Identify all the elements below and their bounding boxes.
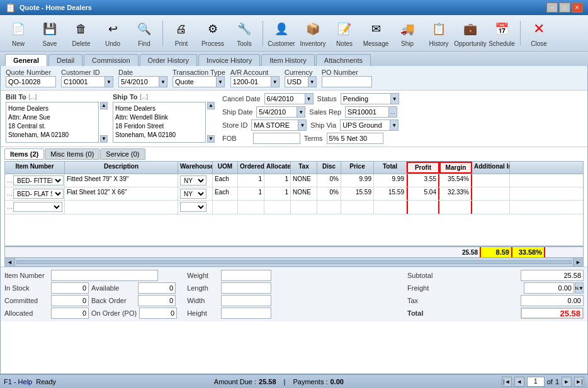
weight-input[interactable] (221, 270, 271, 281)
currency-dropdown[interactable]: ▼ (308, 76, 317, 87)
store-id-input[interactable] (251, 119, 298, 131)
nav-first-button[interactable]: |◄ (502, 377, 512, 387)
delete-button[interactable]: 🗑 Delete (67, 17, 96, 49)
ship-via-dropdown[interactable]: ▼ (390, 119, 399, 131)
customer-id-dropdown[interactable]: ▼ (105, 76, 113, 87)
bill-to-scroll-down[interactable]: ▼ (100, 135, 108, 143)
close-button[interactable]: ✕ Close (524, 17, 553, 49)
ar-account-dropdown[interactable]: ▼ (271, 76, 280, 87)
ship-date-dropdown[interactable]: ▼ (297, 106, 305, 118)
horizontal-scrollbar[interactable]: ◄ ► (5, 257, 583, 266)
grid-total-row: 25.58 8.59 33.58% (5, 246, 583, 257)
terms-input[interactable] (327, 133, 383, 144)
ship-to-dots[interactable]: [...] (140, 94, 149, 100)
new-button[interactable]: 📄 New (4, 17, 33, 49)
schedule-button[interactable]: 📅 Schedule (487, 17, 516, 49)
cancel-date-dropdown[interactable]: ▼ (305, 93, 314, 104)
history-label: History (429, 40, 448, 47)
wh-select-2[interactable]: NY (180, 189, 206, 199)
misc-items-tab[interactable]: Misc Items (0) (45, 148, 99, 160)
wh-select-1[interactable]: NY (180, 175, 206, 186)
length-input[interactable] (221, 282, 271, 294)
status-input[interactable] (341, 93, 391, 104)
notes-button[interactable]: 📝 Notes (330, 17, 359, 49)
store-id-dropdown[interactable]: ▼ (298, 119, 307, 131)
item-number-bottom-input[interactable] (51, 270, 158, 281)
customer-id-input[interactable] (61, 76, 105, 87)
find-button[interactable]: 🔍 Find (130, 17, 159, 49)
sales-rep-dropdown[interactable]: … (388, 106, 397, 118)
nav-next-button[interactable]: ► (562, 377, 572, 387)
ship-via-label: Ship Via (310, 121, 336, 129)
width-label: Width (187, 297, 218, 304)
tab-attachments[interactable]: Attachments (316, 54, 371, 66)
committed-input[interactable] (51, 295, 89, 306)
width-input[interactable] (221, 295, 271, 306)
quote-number-input[interactable] (6, 76, 56, 87)
history-button[interactable]: 📋 History (424, 17, 453, 49)
wh-select-empty[interactable] (180, 202, 206, 212)
ship-to-scroll-down[interactable]: ▼ (207, 135, 215, 143)
po-number-input[interactable] (322, 76, 372, 87)
tab-order-history[interactable]: Order History (140, 54, 197, 66)
nav-prev-button[interactable]: ◄ (514, 377, 524, 387)
undo-button[interactable]: ↩ Undo (98, 17, 127, 49)
allocated-input[interactable] (51, 308, 89, 319)
bill-to-scroll-up[interactable]: ▲ (100, 102, 108, 109)
item-num-select-2[interactable]: BED- FLAT SHEET (13, 189, 64, 199)
fob-input[interactable] (253, 133, 300, 144)
page-input[interactable] (527, 377, 545, 387)
bill-to-dots[interactable]: [...] (29, 94, 37, 100)
fob-label: FOB (222, 135, 237, 142)
po-number-label: PO Number (322, 69, 372, 76)
store-id-label: Store ID (222, 121, 247, 129)
tab-item-history[interactable]: Item History (261, 54, 315, 66)
back-order-input[interactable] (138, 295, 176, 306)
cell-allocate-1: 1 (264, 174, 291, 187)
message-button[interactable]: ✉ Message (361, 17, 390, 49)
tab-general[interactable]: General (5, 54, 47, 66)
tools-button[interactable]: 🔧 Tools (230, 17, 259, 49)
currency-input[interactable] (285, 76, 308, 87)
transaction-type-dropdown[interactable]: ▼ (216, 76, 225, 87)
on-order-input[interactable] (139, 308, 177, 319)
close-window-button[interactable]: ✕ (572, 3, 583, 13)
customer-button[interactable]: 👤 Customer (267, 17, 296, 49)
ship-to-scroll-up[interactable]: ▲ (207, 102, 215, 109)
height-input[interactable] (221, 308, 271, 319)
sales-rep-input[interactable] (345, 106, 389, 118)
freight-value[interactable] (524, 282, 574, 294)
scroll-left-button[interactable]: ◄ (5, 258, 15, 267)
tab-commission[interactable]: Commission (84, 54, 139, 66)
items-tab[interactable]: Items (2) (4, 148, 44, 160)
save-button[interactable]: 💾 Save (35, 17, 64, 49)
ship-date-input[interactable] (256, 106, 297, 118)
freight-code-dropdown[interactable]: N▼ (575, 282, 584, 294)
date-input[interactable] (118, 76, 159, 87)
minimize-button[interactable]: − (546, 3, 558, 13)
date-dropdown[interactable]: ▼ (159, 76, 167, 87)
table-row[interactable]: … BED- FITTED SHEE Fitted Sheet 79" X 39… (5, 174, 583, 187)
ship-via-input[interactable] (340, 119, 390, 131)
process-button[interactable]: ⚙ Process (198, 17, 227, 49)
item-num-select-empty[interactable] (13, 202, 62, 212)
inventory-button[interactable]: 📦 Inventory (298, 17, 327, 49)
item-num-select-1[interactable]: BED- FITTED SHEE (13, 175, 64, 186)
service-tab[interactable]: Service (0) (100, 148, 145, 160)
status-dropdown[interactable]: ▼ (390, 93, 399, 104)
cancel-date-input[interactable] (264, 93, 305, 104)
in-stock-input[interactable] (51, 282, 89, 294)
ar-account-input[interactable] (230, 76, 271, 87)
tab-invoice-history[interactable]: Invoice History (198, 54, 260, 66)
total-label: Total (407, 309, 423, 317)
tab-detail[interactable]: Detail (48, 54, 82, 66)
transaction-type-input[interactable] (172, 76, 217, 87)
opportunity-button[interactable]: 💼 Opportunity (456, 17, 485, 49)
table-row[interactable]: … BED- FLAT SHEET Flat Sheet 102" X 66" … (5, 187, 583, 201)
maximize-button[interactable]: □ (559, 3, 570, 13)
available-input[interactable] (138, 282, 176, 294)
ship-button[interactable]: 🚚 Ship (393, 17, 422, 49)
nav-last-button[interactable]: ►| (574, 377, 584, 387)
scroll-right-button[interactable]: ► (573, 258, 583, 267)
print-button[interactable]: 🖨 Print (167, 17, 196, 49)
